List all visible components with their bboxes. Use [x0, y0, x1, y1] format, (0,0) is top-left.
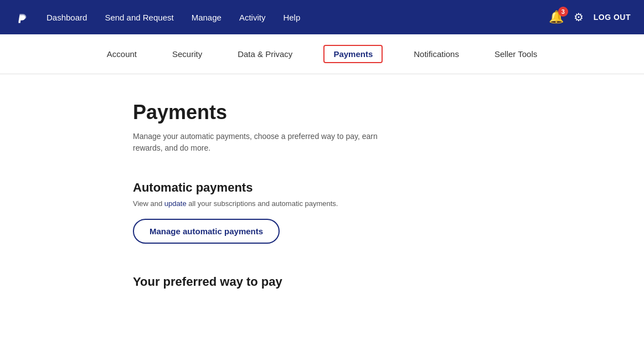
nav-activity[interactable]: Activity — [239, 13, 266, 22]
subnav-seller-tools[interactable]: Seller Tools — [490, 47, 542, 61]
page-title: Payments — [133, 101, 498, 124]
automatic-payments-title: Automatic payments — [133, 181, 498, 195]
page-subtitle: Manage your automatic payments, choose a… — [133, 131, 388, 154]
notification-badge: 3 — [558, 7, 568, 17]
top-nav-links: Dashboard Send and Request Manage Activi… — [47, 13, 549, 22]
sub-navigation: Account Security Data & Privacy Payments… — [0, 34, 644, 74]
manage-automatic-payments-button[interactable]: Manage automatic payments — [133, 219, 280, 244]
subnav-data-privacy[interactable]: Data & Privacy — [233, 47, 297, 61]
nav-send-request[interactable]: Send and Request — [105, 13, 173, 22]
settings-gear-icon[interactable]: ⚙ — [574, 11, 584, 24]
nav-help[interactable]: Help — [283, 13, 300, 22]
preferred-payment-title: Your preferred way to pay — [133, 275, 498, 289]
automatic-payments-desc: View and update all your subscriptions a… — [133, 199, 498, 208]
preferred-payment-section: Your preferred way to pay — [133, 275, 498, 289]
update-link[interactable]: update — [164, 199, 187, 208]
notifications-bell[interactable]: 🔔 3 — [549, 10, 564, 24]
main-content: Payments Manage your automatic payments,… — [0, 74, 498, 320]
top-navigation: Dashboard Send and Request Manage Activi… — [0, 0, 644, 34]
paypal-logo[interactable] — [13, 7, 33, 27]
top-nav-right: 🔔 3 ⚙ LOG OUT — [549, 10, 631, 24]
subnav-payments[interactable]: Payments — [323, 45, 383, 63]
nav-manage[interactable]: Manage — [192, 13, 221, 22]
logout-button[interactable]: LOG OUT — [594, 13, 631, 22]
automatic-payments-section: Automatic payments View and update all y… — [133, 181, 498, 266]
subnav-notifications[interactable]: Notifications — [409, 47, 463, 61]
subnav-security[interactable]: Security — [168, 47, 207, 61]
subnav-account[interactable]: Account — [102, 47, 141, 61]
nav-dashboard[interactable]: Dashboard — [47, 13, 87, 22]
